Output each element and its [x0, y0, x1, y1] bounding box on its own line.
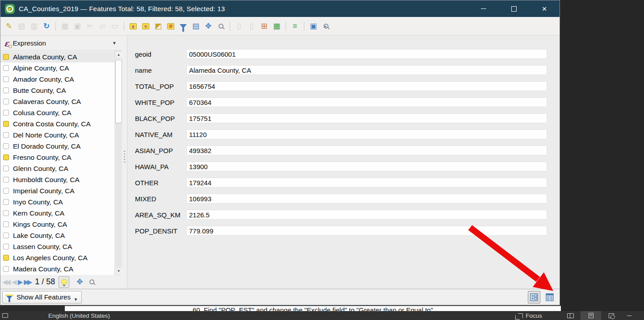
paste-features-button[interactable]: ▭: [109, 20, 121, 33]
feature-list-item[interactable]: Contra Costa County, CA: [0, 118, 114, 129]
selection-checkbox[interactable]: [3, 76, 9, 82]
selection-checkbox[interactable]: [3, 221, 9, 227]
selection-checkbox[interactable]: [3, 65, 9, 71]
selection-checkbox[interactable]: [3, 244, 9, 249]
focus-mode-button[interactable]: Focus: [518, 312, 542, 319]
pan-to-selection-button[interactable]: ✥: [202, 20, 214, 33]
delete-field-button[interactable]: ▯: [246, 20, 257, 33]
attribute-table-window-button[interactable]: ▣: [307, 20, 319, 33]
keyboard-language-icon[interactable]: [2, 313, 8, 318]
cut-features-button[interactable]: ✂: [84, 20, 96, 33]
close-button[interactable]: ×: [529, 0, 560, 17]
selection-checkbox[interactable]: [3, 110, 9, 116]
feature-list-item[interactable]: Lake County, CA: [0, 230, 114, 241]
feature-list-item[interactable]: Kings County, CA: [0, 219, 114, 230]
feature-list-item[interactable]: Madera County, CA: [0, 263, 114, 274]
last-feature-button[interactable]: ▶▶: [24, 278, 32, 286]
field-value-input[interactable]: 779.099: [186, 226, 547, 236]
add-feature-button[interactable]: ▦: [59, 20, 71, 33]
save-edits-button[interactable]: ▥: [28, 20, 40, 33]
expression-dropdown-icon[interactable]: ▼: [112, 41, 118, 46]
feature-list-item[interactable]: Lassen County, CA: [0, 241, 114, 252]
read-mode-button[interactable]: [560, 311, 581, 320]
field-value-input[interactable]: 1656754: [186, 81, 547, 91]
field-value-input[interactable]: 106993: [186, 194, 547, 204]
field-value-input[interactable]: 179244: [186, 178, 547, 187]
selection-checkbox[interactable]: [3, 143, 9, 149]
feature-list-item[interactable]: Los Angeles County, CA: [0, 252, 114, 263]
zoom-to-selection-button[interactable]: [215, 20, 227, 33]
feature-list-item[interactable]: Humboldt County, CA: [0, 174, 114, 185]
field-value-input[interactable]: Alameda County, CA: [186, 65, 547, 75]
feature-filter-button[interactable]: Show All Features ▼: [2, 291, 82, 303]
table-view-button[interactable]: [543, 291, 556, 303]
selection-checkbox[interactable]: [3, 266, 9, 272]
selection-checkbox[interactable]: [3, 255, 9, 261]
selection-checkbox[interactable]: [3, 54, 9, 60]
highlight-feature-button[interactable]: [59, 276, 69, 288]
select-all-button[interactable]: ≡: [140, 20, 152, 33]
feature-list-item[interactable]: Alpine County, CA: [0, 62, 114, 74]
zoom-to-feature-button[interactable]: [89, 279, 94, 284]
first-feature-button[interactable]: ◀◀: [2, 278, 11, 286]
scrollbar-thumb[interactable]: [115, 60, 122, 123]
copy-features-button[interactable]: ▱: [97, 20, 108, 33]
selection-checkbox[interactable]: [3, 233, 9, 238]
open-field-calculator-button[interactable]: ⊞: [258, 20, 270, 33]
conditional-formatting-button[interactable]: ▦: [271, 20, 282, 33]
previous-feature-button[interactable]: ◀: [12, 278, 17, 286]
language-label[interactable]: English (United States): [48, 312, 110, 319]
scroll-down-icon[interactable]: ▼: [115, 267, 122, 275]
move-selection-to-top-button[interactable]: ▤: [190, 20, 202, 33]
feature-list-item[interactable]: Del Norte County, CA: [0, 129, 114, 141]
feature-list-item[interactable]: Kern County, CA: [0, 208, 114, 219]
selection-checkbox[interactable]: [3, 210, 9, 216]
selection-checkbox[interactable]: [3, 188, 9, 194]
selection-checkbox[interactable]: [3, 132, 9, 138]
reload-table-button[interactable]: ↻: [41, 20, 52, 33]
selection-checkbox[interactable]: [3, 177, 9, 183]
selection-checkbox[interactable]: [3, 199, 9, 205]
feature-list-item[interactable]: Alameda County, CA: [0, 51, 114, 62]
panel-splitter[interactable]: [122, 36, 127, 289]
web-layout-button[interactable]: [601, 311, 622, 320]
scrollbar-track[interactable]: [115, 123, 122, 267]
field-value-input[interactable]: 670364: [186, 97, 547, 107]
toggle-multiedit-button[interactable]: ▤: [16, 20, 27, 33]
form-view-button[interactable]: [528, 291, 540, 303]
filter-select-by-form-button[interactable]: [177, 20, 189, 33]
feature-list-item[interactable]: Glenn County, CA: [0, 163, 114, 174]
feature-list-item[interactable]: Calaveras County, CA: [0, 96, 114, 107]
invert-selection-button[interactable]: ◩: [152, 20, 164, 33]
select-by-expression-button[interactable]: ε: [127, 20, 139, 33]
feature-list-item[interactable]: Fresno County, CA: [0, 152, 114, 163]
feature-list-item[interactable]: Amador County, CA: [0, 74, 114, 85]
new-field-button[interactable]: ▯: [233, 20, 245, 33]
toggle-editing-button[interactable]: ✎: [3, 20, 15, 33]
expression-bar[interactable]: ε Expression ▼: [0, 36, 122, 50]
minimize-button[interactable]: [468, 0, 499, 17]
maximize-button[interactable]: [499, 0, 529, 17]
field-value-input[interactable]: 175751: [186, 113, 547, 123]
feature-list-item[interactable]: El Dorado County, CA: [0, 141, 114, 152]
selection-checkbox[interactable]: [3, 121, 9, 127]
feature-list-item[interactable]: Imperial County, CA: [0, 185, 114, 196]
dock-attribute-table-button[interactable]: ≡: [289, 20, 301, 33]
zoom-out-icon[interactable]: [627, 316, 631, 316]
feature-list-item[interactable]: Butte County, CA: [0, 85, 114, 96]
pan-to-feature-button[interactable]: ✥: [76, 277, 83, 287]
list-scrollbar[interactable]: ▲ ▼: [114, 51, 122, 275]
deselect-all-button[interactable]: ⊘: [165, 20, 177, 33]
selection-checkbox[interactable]: [3, 87, 9, 93]
scroll-up-icon[interactable]: ▲: [115, 51, 122, 58]
print-layout-button[interactable]: [581, 311, 601, 320]
search-widget-button[interactable]: [320, 20, 332, 33]
next-feature-button[interactable]: ▶: [18, 278, 23, 286]
delete-selected-button[interactable]: ▣: [72, 20, 83, 33]
field-value-input[interactable]: 11120: [186, 129, 547, 139]
field-value-input[interactable]: 13900: [186, 162, 547, 171]
selection-checkbox[interactable]: [3, 154, 9, 160]
selection-checkbox[interactable]: [3, 99, 9, 104]
feature-list-item[interactable]: Inyo County, CA: [0, 196, 114, 208]
field-value-input[interactable]: 05000US06001: [186, 49, 547, 59]
